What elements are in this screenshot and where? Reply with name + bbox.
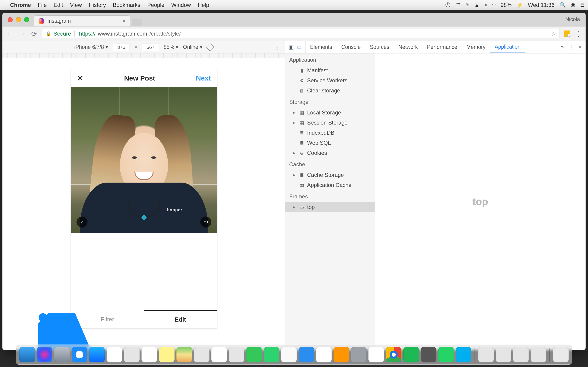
newpost-next-button[interactable]: Next bbox=[196, 74, 211, 82]
chrome-profile-name[interactable]: Nicola bbox=[565, 16, 580, 23]
spotlight-icon[interactable]: 🔍 bbox=[560, 2, 566, 8]
disclosure-triangle-icon[interactable]: ▸ bbox=[293, 173, 296, 177]
bluetooth-menubar-icon[interactable]: ᚼ bbox=[484, 2, 487, 8]
devtools-tab-application[interactable]: Application bbox=[490, 41, 525, 53]
tab-close-button[interactable]: × bbox=[122, 18, 125, 24]
menubar-view[interactable]: View bbox=[70, 2, 82, 8]
battery-icon[interactable]: ⚡ bbox=[517, 2, 523, 8]
chrome-menu-button[interactable]: ⋮ bbox=[575, 30, 582, 38]
address-bar[interactable]: 🔒 Secure │ https://www.instagram.com/cre… bbox=[42, 29, 560, 39]
devtools-tab-console[interactable]: Console bbox=[337, 41, 365, 53]
dock-app-maps[interactable] bbox=[176, 347, 192, 362]
dock-app-ft[interactable] bbox=[264, 347, 279, 362]
wifi-menubar-icon[interactable]: ⌔ bbox=[493, 2, 495, 8]
devtools-tab-network[interactable]: Network bbox=[394, 41, 422, 53]
sidebar-item-manifest[interactable]: ▸▮Manifest bbox=[285, 65, 375, 75]
sidebar-item-local-storage[interactable]: ▸▦Local Storage bbox=[285, 108, 375, 118]
device-select[interactable]: iPhone 6/7/8 bbox=[74, 44, 108, 50]
dock-app-notes[interactable] bbox=[159, 347, 174, 362]
dock-app-ibooks[interactable] bbox=[334, 347, 349, 362]
siri-menubar-icon[interactable]: ◉ bbox=[571, 2, 575, 8]
device-height-input[interactable] bbox=[142, 44, 159, 51]
dock-app-msgs[interactable] bbox=[246, 347, 262, 362]
devtools-settings-menu[interactable]: ⋮ bbox=[569, 44, 574, 50]
browser-tab-instagram[interactable]: Instagram × bbox=[34, 15, 130, 26]
menubar-people[interactable]: People bbox=[147, 2, 164, 8]
dock-app-generic[interactable] bbox=[229, 347, 244, 362]
dock-trash[interactable] bbox=[553, 347, 569, 362]
menubar-history[interactable]: History bbox=[89, 2, 106, 8]
sidebar-item-service-workers[interactable]: ▸⚙Service Workers bbox=[285, 75, 375, 85]
sidebar-item-application-cache[interactable]: ▸▦Application Cache bbox=[285, 180, 375, 190]
dock-minimized-1[interactable] bbox=[496, 347, 511, 362]
toggle-device-toolbar-icon[interactable]: ▭ bbox=[297, 44, 302, 50]
sidebar-item-session-storage[interactable]: ▸▦Session Storage bbox=[285, 118, 375, 128]
devtools-overflow-tabs[interactable]: » bbox=[561, 44, 564, 50]
dropbox-menubar-icon[interactable]: ⬚ bbox=[456, 2, 460, 8]
menubar-file[interactable]: File bbox=[38, 2, 47, 8]
dock-app-slack[interactable] bbox=[368, 347, 384, 362]
devtools-close-button[interactable]: × bbox=[578, 44, 581, 50]
newpost-photo-preview[interactable]: hopper ⤢ ⟲ bbox=[71, 87, 217, 233]
menubar-bookmarks[interactable]: Bookmarks bbox=[113, 2, 140, 8]
extension-button[interactable] bbox=[564, 31, 570, 37]
dock-app-spotify[interactable] bbox=[403, 347, 419, 362]
nav-reload-button[interactable]: ⟳ bbox=[30, 30, 38, 38]
device-width-input[interactable] bbox=[113, 44, 130, 51]
sidebar-item-cache-storage[interactable]: ▸≣Cache Storage bbox=[285, 170, 375, 180]
devtools-tab-elements[interactable]: Elements bbox=[305, 41, 337, 53]
evernote-menubar-icon[interactable]: ✎ bbox=[465, 2, 469, 8]
device-toolbar-more-button[interactable]: ⋮ bbox=[274, 43, 280, 51]
nav-back-button[interactable]: ← bbox=[6, 30, 14, 38]
sidebar-item-cookies[interactable]: ▸⊛Cookies bbox=[285, 148, 375, 158]
dock-app-evernote[interactable] bbox=[421, 347, 436, 362]
network-throttle-select[interactable]: Online bbox=[183, 44, 203, 50]
crop-expand-button[interactable]: ⤢ bbox=[77, 217, 87, 227]
window-zoom-button[interactable] bbox=[24, 17, 29, 22]
devtools-tab-performance[interactable]: Performance bbox=[422, 41, 462, 53]
sidebar-item-web-sql[interactable]: ▸≣Web SQL bbox=[285, 138, 375, 148]
dock-app-keynote[interactable] bbox=[299, 347, 314, 362]
sidebar-item-indexeddb[interactable]: ▸≣IndexedDB bbox=[285, 128, 375, 138]
dock-app-itunes[interactable] bbox=[316, 347, 332, 362]
tab-edit[interactable]: Edit bbox=[144, 310, 217, 328]
dock-app-skype[interactable] bbox=[456, 347, 471, 362]
dock-app-mail[interactable] bbox=[107, 347, 122, 362]
nav-forward-button[interactable]: → bbox=[18, 30, 26, 38]
devtools-tab-memory[interactable]: Memory bbox=[462, 41, 490, 53]
rotate-device-icon[interactable] bbox=[206, 43, 214, 51]
new-tab-button[interactable] bbox=[132, 19, 142, 25]
zoom-select[interactable]: 85% bbox=[164, 44, 178, 50]
rotate-photo-button[interactable]: ⟲ bbox=[200, 217, 211, 227]
dock-minimized-3[interactable] bbox=[531, 347, 546, 362]
menubar-window[interactable]: Window bbox=[171, 2, 191, 8]
adobe-menubar-icon[interactable]: ▲ bbox=[475, 2, 480, 8]
dock-app-siri[interactable] bbox=[37, 347, 52, 362]
dock-app-numbers[interactable] bbox=[281, 347, 297, 362]
dock-app-whatsapp[interactable] bbox=[438, 347, 454, 362]
menubar-help[interactable]: Help bbox=[198, 2, 209, 8]
menubar-edit[interactable]: Edit bbox=[53, 2, 63, 8]
dock-app-photos[interactable] bbox=[211, 347, 227, 362]
dock-app-generic[interactable] bbox=[194, 347, 209, 362]
disclosure-triangle-icon[interactable]: ▸ bbox=[293, 120, 296, 125]
battery-percent[interactable]: 98% bbox=[501, 2, 511, 8]
devtools-tab-sources[interactable]: Sources bbox=[365, 41, 394, 53]
sidebar-item-top[interactable]: ▸▭top bbox=[285, 202, 375, 212]
menubar-clock[interactable]: Wed 11:36 bbox=[528, 2, 554, 8]
dock-app-appstore[interactable] bbox=[89, 347, 105, 362]
dock-minimized-0[interactable] bbox=[478, 347, 494, 362]
window-minimize-button[interactable] bbox=[16, 17, 21, 22]
dock-app-safari[interactable] bbox=[72, 347, 87, 362]
notification-center-icon[interactable]: ☰ bbox=[580, 2, 585, 8]
tab-filter[interactable]: Filter bbox=[71, 310, 144, 328]
dock-app-launchpad[interactable] bbox=[54, 347, 70, 362]
dock-app-generic[interactable] bbox=[124, 347, 140, 362]
disclosure-triangle-icon[interactable]: ▸ bbox=[293, 110, 296, 115]
sidebar-item-clear-storage[interactable]: ▸🗑Clear storage bbox=[285, 85, 375, 96]
menubar-app-name[interactable]: Chrome bbox=[10, 2, 31, 8]
window-close-button[interactable] bbox=[8, 17, 13, 22]
skype-menubar-icon[interactable]: Ⓢ bbox=[445, 2, 450, 8]
dock-app-calendar[interactable] bbox=[141, 347, 157, 362]
dock-app-finder[interactable] bbox=[19, 347, 35, 362]
